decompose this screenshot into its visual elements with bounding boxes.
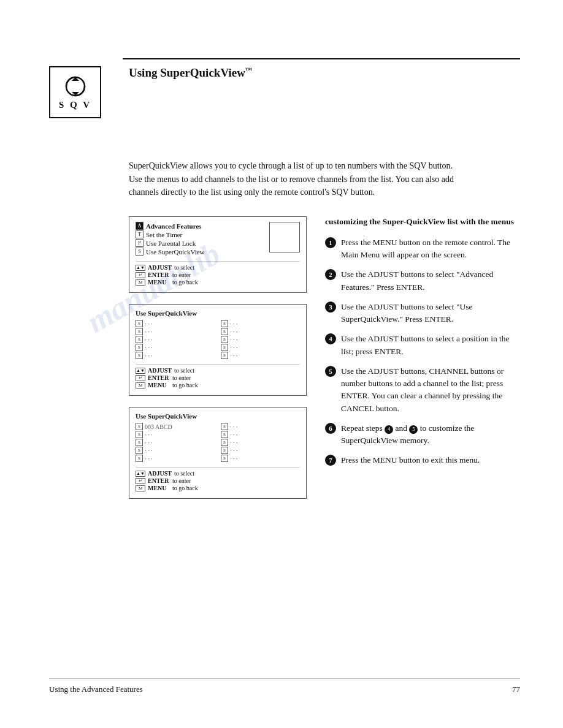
step-text-7: Press the MENU button to exit this menu. — [341, 454, 520, 466]
icon-parental: P — [136, 239, 144, 247]
ctrl-adjust-3: ▲▼ ADJUST to select — [136, 470, 300, 477]
enter-icon-2: ↵ — [136, 375, 145, 381]
sqv-item-4: S · · · — [136, 344, 215, 351]
sqv-filled-icon-8: S — [221, 439, 228, 446]
sqv-dots-4: · · · — [145, 344, 153, 351]
menu-item-sqv: S Use SuperQuickView — [136, 248, 266, 256]
ctrl-adjust-label-1: ADJUST — [148, 264, 172, 271]
sqv-filled-icon-9: S — [221, 447, 228, 454]
ctrl-menu-desc-3: to go back — [172, 485, 198, 491]
menu-item-parental: P Use Parental Lock — [136, 239, 266, 247]
sqv-item-1: S · · · — [136, 320, 215, 327]
ctrl-enter-1: ↵ ENTER to enter — [136, 271, 300, 278]
sqv-item-8: S · · · — [221, 336, 300, 343]
ctrl-menu-desc-2: to go back — [172, 382, 198, 389]
ctrl-adjust-desc-2: to select — [174, 367, 194, 374]
sqv-dots-2: · · · — [145, 328, 153, 335]
sqv-filled-icon-1: S — [136, 423, 143, 430]
sqv-dots-6: · · · — [230, 320, 238, 327]
ctrl-adjust-label-2: ADJUST — [148, 367, 172, 374]
menu-item-timer: T Set the Timer — [136, 230, 266, 238]
sqv-filled-item-5: S · · · — [136, 455, 215, 462]
sqv-filled-item-8: S · · · — [221, 439, 300, 446]
enter-icon-3: ↵ — [136, 478, 145, 484]
ctrl-enter-label-3: ENTER — [148, 477, 170, 484]
menu-icon-2: M — [136, 382, 145, 389]
ctrl-enter-2: ↵ ENTER to enter — [136, 374, 300, 381]
sqv-filled-icon-6: S — [221, 423, 228, 430]
adjust-icon-2: ▲▼ — [136, 368, 145, 374]
menu-label-advanced: Advanced Features — [146, 222, 202, 230]
step-text-3: Use the ADJUST buttons to select "Use Su… — [341, 301, 520, 326]
step-text-4: Use the ADJUST buttons to select a posit… — [341, 333, 520, 358]
sqv-cell-icon-8: S — [221, 336, 228, 343]
screen-controls-2: ▲▼ ADJUST to select ↵ ENTER to enter M M… — [136, 364, 300, 389]
sqv-item-7: S · · · — [221, 328, 300, 335]
step-3: 3 Use the ADJUST buttons to select "Use … — [325, 301, 520, 326]
intro-paragraph: SuperQuickView allows you to cycle throu… — [129, 159, 460, 199]
sqv-filled-val-5: · · · — [145, 455, 153, 462]
sqv-filled-item-6: S · · · — [221, 423, 300, 430]
sqv-dots-5: · · · — [145, 352, 153, 359]
sqv-grid-empty: S · · · S · · · S · · · S — [136, 320, 300, 359]
screen-controls-3: ▲▼ ADJUST to select ↵ ENTER to enter M M… — [136, 467, 300, 491]
sqv-filled-val-1: 003 ABCD — [145, 423, 172, 430]
menu-icon-1: M — [136, 279, 145, 286]
ctrl-enter-desc-1: to enter — [172, 271, 191, 278]
sqv-filled-val-8: · · · — [230, 439, 238, 446]
ctrl-adjust-2: ▲▼ ADJUST to select — [136, 367, 300, 374]
footer-right: 77 — [512, 684, 520, 694]
menu-icon-3: M — [136, 485, 145, 491]
sqv-item-3: S · · · — [136, 336, 215, 343]
sqv-filled-item-1: S 003 ABCD — [136, 423, 215, 430]
sqv-cell-icon-2: S — [136, 328, 143, 335]
step-num-1: 1 — [325, 237, 336, 248]
step-num-4: 4 — [325, 333, 336, 344]
screen-controls-1: ▲▼ ADJUST to select ↵ ENTER to enter M M… — [136, 261, 300, 286]
step-text-5: Use the ADJUST buttons, CHANNEL buttons … — [341, 365, 520, 415]
screen-diagram-1: A Advanced Features T Set the Timer P Us… — [129, 216, 307, 293]
sqv-dots-1: · · · — [145, 320, 153, 327]
box3-title: Use SuperQuickView — [136, 412, 300, 420]
menu-label-sqv: Use SuperQuickView — [146, 248, 205, 256]
sqv-dots-3: · · · — [145, 336, 153, 343]
adjust-icon-3: ▲▼ — [136, 471, 145, 477]
ctrl-menu-label-3: MENU — [148, 485, 170, 491]
adjust-icon-1: ▲▼ — [136, 265, 145, 271]
step-2: 2 Use the ADJUST buttons to select "Adva… — [325, 268, 520, 294]
step-num-7: 7 — [325, 455, 336, 466]
instructions-column: customizing the Super-QuickView list wit… — [319, 216, 520, 499]
sqv-cell-icon-4: S — [136, 344, 143, 351]
sqv-filled-val-3: · · · — [145, 439, 153, 446]
page-title: Using SuperQuickView™ — [129, 66, 252, 80]
ctrl-enter-label-1: ENTER — [148, 271, 170, 278]
ctrl-menu-2: M MENU to go back — [136, 382, 300, 389]
step-num-5: 5 — [325, 366, 336, 377]
sqv-filled-item-4: S · · · — [136, 447, 215, 454]
menu-label-timer: Set the Timer — [146, 231, 182, 238]
ctrl-enter-desc-2: to enter — [172, 374, 191, 381]
section-heading: customizing the Super-QuickView list wit… — [325, 216, 520, 228]
step-text-6: Repeat steps 4 and 5 to customize the Su… — [341, 422, 520, 447]
sqv-filled-icon-2: S — [136, 431, 143, 438]
sqv-cell-icon-9: S — [221, 344, 228, 351]
two-column-layout: A Advanced Features T Set the Timer P Us… — [49, 216, 520, 499]
ctrl-menu-label-1: MENU — [148, 279, 170, 286]
sqv-filled-icon-4: S — [136, 447, 143, 454]
ctrl-menu-3: M MENU to go back — [136, 485, 300, 491]
step-1: 1 Press the MENU button on the remote co… — [325, 237, 520, 262]
sqv-filled-item-9: S · · · — [221, 447, 300, 454]
sqv-cell-icon-10: S — [221, 352, 228, 359]
step-6: 6 Repeat steps 4 and 5 to customize the … — [325, 422, 520, 447]
icon-sqv: S — [136, 248, 144, 256]
sqv-dots-10: · · · — [230, 352, 238, 359]
sqv-dots-8: · · · — [230, 336, 238, 343]
sqv-filled-item-7: S · · · — [221, 431, 300, 438]
step-num-3: 3 — [325, 301, 336, 313]
ctrl-enter-label-2: ENTER — [148, 374, 170, 381]
diagrams-column: A Advanced Features T Set the Timer P Us… — [129, 216, 307, 499]
box2-title: Use SuperQuickView — [136, 309, 300, 317]
ctrl-adjust-label-3: ADJUST — [148, 470, 172, 477]
sqv-cell-icon-5: S — [136, 352, 143, 359]
ctrl-enter-3: ↵ ENTER to enter — [136, 477, 300, 484]
